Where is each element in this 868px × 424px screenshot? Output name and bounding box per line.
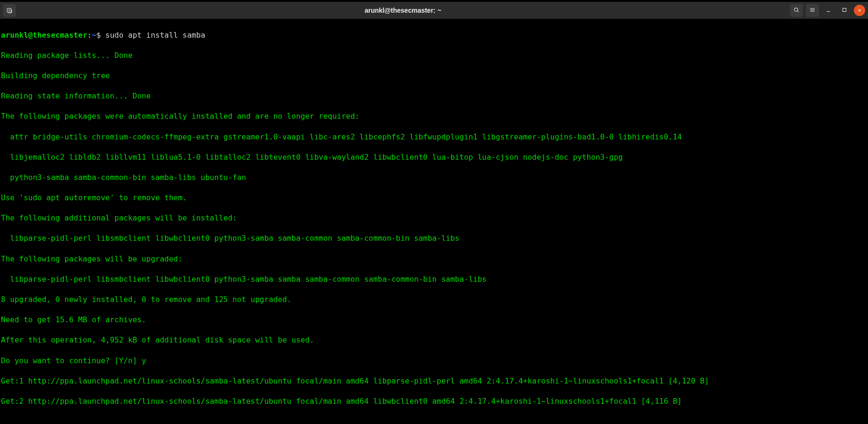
window-title: arunkl@thesecmaster: ~ bbox=[16, 7, 790, 14]
output-line: The following additional packages will b… bbox=[1, 213, 867, 223]
output-line: After this operation, 4,952 kB of additi… bbox=[1, 335, 867, 345]
close-icon bbox=[857, 7, 862, 14]
prompt-dollar: $ bbox=[96, 31, 101, 40]
titlebar-right bbox=[790, 4, 865, 17]
maximize-button[interactable] bbox=[838, 4, 851, 17]
output-line: Reading state information... Done bbox=[1, 91, 867, 101]
minimize-button[interactable] bbox=[822, 4, 835, 17]
output-line: Get:1 http://ppa.launchpad.net/linux-sch… bbox=[1, 376, 867, 386]
window-titlebar: arunkl@thesecmaster: ~ bbox=[0, 2, 868, 19]
output-line: The following packages will be upgraded: bbox=[1, 254, 867, 264]
close-button[interactable] bbox=[854, 5, 865, 16]
command-text: sudo apt install samba bbox=[106, 31, 205, 40]
search-icon bbox=[793, 7, 800, 15]
output-line: python3-samba samba-common-bin samba-lib… bbox=[1, 172, 867, 183]
output-line: libparse-pidl-perl libsmbclient libwbcli… bbox=[1, 274, 867, 285]
prompt-line: arunkl@thesecmaster:~$ sudo apt install … bbox=[1, 30, 867, 41]
output-line: Need to get 15.6 MB of archives. bbox=[1, 315, 867, 325]
output-line: Reading package lists... Done bbox=[1, 50, 867, 61]
hamburger-icon bbox=[809, 7, 816, 15]
prompt-userhost: arunkl@thesecmaster bbox=[1, 31, 87, 40]
output-line: Get:3 http://ppa.launchpad.net/linux-sch… bbox=[1, 416, 867, 418]
maximize-icon bbox=[841, 7, 848, 15]
output-line: Get:2 http://ppa.launchpad.net/linux-sch… bbox=[1, 396, 867, 407]
output-line: attr bridge-utils chromium-codecs-ffmpeg… bbox=[1, 132, 867, 142]
svg-point-1 bbox=[794, 8, 798, 11]
search-button[interactable] bbox=[790, 4, 803, 17]
output-line: libparse-pidl-perl libsmbclient libwbcli… bbox=[1, 233, 867, 244]
output-line: Use 'sudo apt autoremove' to remove them… bbox=[1, 193, 867, 203]
prompt-colon: : bbox=[87, 31, 92, 40]
output-line: The following packages were automaticall… bbox=[1, 111, 867, 122]
terminal-output-area[interactable]: arunkl@thesecmaster:~$ sudo apt install … bbox=[0, 19, 868, 418]
minimize-icon bbox=[825, 7, 832, 15]
new-tab-button[interactable] bbox=[3, 4, 16, 17]
output-line: Do you want to continue? [Y/n] y bbox=[1, 356, 867, 366]
output-line: Building dependency tree bbox=[1, 71, 867, 81]
svg-line-2 bbox=[797, 11, 799, 12]
svg-rect-7 bbox=[843, 8, 846, 11]
output-line: libjemalloc2 libldb2 libllvm11 liblua5.1… bbox=[1, 152, 867, 163]
menu-button[interactable] bbox=[806, 4, 819, 17]
titlebar-left bbox=[3, 4, 16, 17]
prompt-path: ~ bbox=[92, 31, 97, 40]
output-line: 8 upgraded, 0 newly installed, 0 to remo… bbox=[1, 294, 867, 305]
